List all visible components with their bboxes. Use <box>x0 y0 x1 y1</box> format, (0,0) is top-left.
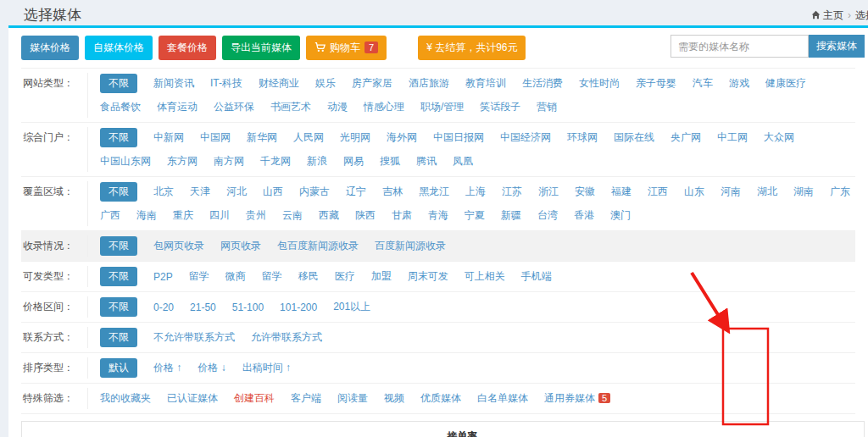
filter-chip[interactable]: 职场/管理 <box>420 97 464 117</box>
filter-chip[interactable]: 价格 ↑ <box>153 358 181 378</box>
filter-chip[interactable]: 香港 <box>574 206 594 225</box>
filter-chip[interactable]: 留学 <box>189 267 209 286</box>
filter-chip[interactable]: 通用券媒体5 <box>544 389 610 408</box>
filter-chip[interactable]: 海南 <box>136 206 157 225</box>
filter-chip[interactable]: 内蒙古 <box>299 182 330 202</box>
filter-chip[interactable]: 搜狐 <box>380 152 400 171</box>
self-media-price-button[interactable]: 自媒体价格 <box>85 36 153 60</box>
filter-chip[interactable]: 中国日报网 <box>433 128 484 147</box>
filter-chip[interactable]: 51-100 <box>232 299 264 316</box>
filter-chip[interactable]: 辽宁 <box>346 182 366 202</box>
filter-chip-selected[interactable]: 不限 <box>100 128 137 147</box>
filter-chip-selected[interactable]: 不限 <box>100 182 137 202</box>
filter-chip[interactable]: 中新网 <box>153 128 184 147</box>
filter-chip[interactable]: 人民网 <box>293 128 324 147</box>
filter-chip-selected[interactable]: 不限 <box>100 328 137 347</box>
filter-chip[interactable]: 医疗 <box>335 267 355 286</box>
filter-chip[interactable]: 亲子母婴 <box>636 74 676 93</box>
filter-chip[interactable]: 酒店旅游 <box>409 74 449 93</box>
filter-chip[interactable]: 黑龙江 <box>419 182 449 202</box>
filter-chip[interactable]: 中国经济网 <box>500 128 551 147</box>
filter-chip[interactable]: 浙江 <box>538 182 559 202</box>
filter-chip[interactable]: 女性时尚 <box>579 74 620 93</box>
filter-chip[interactable]: 我的收藏夹 <box>100 389 151 408</box>
filter-chip[interactable]: 动漫 <box>327 97 348 117</box>
filter-chip[interactable]: 价格 ↓ <box>198 358 225 378</box>
filter-chip[interactable]: 营销 <box>537 97 557 117</box>
filter-chip[interactable]: 河南 <box>721 182 741 202</box>
filter-chip[interactable]: 优质媒体 <box>420 389 461 408</box>
filter-chip[interactable]: 包网页收录 <box>153 236 204 256</box>
filter-chip[interactable]: 新疆 <box>501 206 521 225</box>
filter-chip[interactable]: 山东 <box>684 182 704 202</box>
package-price-button[interactable]: 套餐价格 <box>159 36 216 60</box>
filter-chip[interactable]: 可上相关 <box>465 267 505 286</box>
filter-chip[interactable]: 湖北 <box>757 182 777 202</box>
filter-chip[interactable]: 允许带联系方式 <box>251 328 322 347</box>
filter-chip[interactable]: 腾讯 <box>416 152 437 171</box>
filter-chip[interactable]: 微商 <box>225 267 246 286</box>
filter-chip[interactable]: 健康医疗 <box>765 74 806 93</box>
filter-chip[interactable]: 网易 <box>343 152 364 171</box>
export-current-media-button[interactable]: 导出当前媒体 <box>222 36 300 60</box>
filter-chip[interactable]: 广东 <box>830 182 850 202</box>
filter-chip[interactable]: 201以上 <box>333 297 370 317</box>
search-button[interactable]: 搜索媒体 <box>809 35 865 58</box>
filter-chip[interactable]: IT-科技 <box>210 74 242 93</box>
filter-chip[interactable]: 客户端 <box>291 389 321 408</box>
filter-chip[interactable]: 包百度新闻源收录 <box>277 236 359 256</box>
filter-chip[interactable]: 不允许带联系方式 <box>153 328 235 347</box>
filter-chip[interactable]: 白名单媒体 <box>477 389 528 408</box>
filter-chip[interactable]: 安徽 <box>575 182 595 202</box>
filter-chip[interactable]: 甘肃 <box>392 206 412 225</box>
filter-chip[interactable]: 山西 <box>263 182 283 202</box>
filter-chip[interactable]: 出稿时间 ↑ <box>242 358 291 378</box>
filter-chip[interactable]: 台湾 <box>537 206 558 225</box>
filter-chip[interactable]: 青海 <box>428 206 448 225</box>
filter-chip[interactable]: 贵州 <box>246 206 266 225</box>
filter-chip[interactable]: 阅读量 <box>337 389 368 408</box>
filter-chip[interactable]: 加盟 <box>371 267 392 286</box>
filter-chip[interactable]: 手机端 <box>521 267 552 286</box>
filter-chip-selected[interactable]: 默认 <box>100 358 137 378</box>
filter-chip-selected[interactable]: 不限 <box>100 267 137 286</box>
filter-chip[interactable]: 财经商业 <box>259 74 299 93</box>
filter-chip[interactable]: 视频 <box>384 389 404 408</box>
filter-chip[interactable]: 101-200 <box>280 299 317 316</box>
filter-chip[interactable]: 大众网 <box>764 128 794 147</box>
filter-chip[interactable]: 汽车 <box>693 74 713 93</box>
filter-chip[interactable]: 广西 <box>100 206 120 225</box>
filter-chip[interactable]: 云南 <box>282 206 303 225</box>
filter-chip[interactable]: 创建百科 <box>234 389 275 408</box>
filter-chip[interactable]: 中国山东网 <box>100 152 151 171</box>
filter-chip[interactable]: 环球网 <box>567 128 598 147</box>
filter-chip[interactable]: 中国网 <box>200 128 231 147</box>
filter-chip[interactable]: 国际在线 <box>614 128 654 147</box>
filter-chip[interactable]: P2P <box>153 268 173 285</box>
filter-chip[interactable]: 江西 <box>648 182 668 202</box>
filter-chip[interactable]: 南方网 <box>214 152 244 171</box>
filter-chip[interactable]: 公益环保 <box>214 97 254 117</box>
filter-chip[interactable]: 澳门 <box>610 206 631 225</box>
filter-chip[interactable]: 生活消费 <box>522 74 563 93</box>
filter-chip[interactable]: 食品餐饮 <box>100 97 141 117</box>
filter-chip-selected[interactable]: 不限 <box>100 236 137 256</box>
filter-chip[interactable]: 移民 <box>298 267 319 286</box>
filter-chip[interactable]: 千龙网 <box>260 152 291 171</box>
filter-chip[interactable]: 中工网 <box>717 128 748 147</box>
filter-chip[interactable]: 湖南 <box>793 182 814 202</box>
filter-chip[interactable]: 江苏 <box>502 182 522 202</box>
filter-chip[interactable]: 新浪 <box>307 152 327 171</box>
filter-chip[interactable]: 东方网 <box>167 152 198 171</box>
filter-chip[interactable]: 西藏 <box>319 206 339 225</box>
filter-chip[interactable]: 娱乐 <box>315 74 336 93</box>
filter-chip[interactable]: 北京 <box>153 182 174 202</box>
filter-chip[interactable]: 留学 <box>262 267 282 286</box>
checkout-button[interactable]: ¥ 去结算，共计96元 <box>418 36 526 60</box>
filter-chip[interactable]: 周末可发 <box>408 267 448 286</box>
filter-chip[interactable]: 光明网 <box>340 128 370 147</box>
filter-chip[interactable]: 央广网 <box>670 128 701 147</box>
filter-chip[interactable]: 凤凰 <box>453 152 473 171</box>
filter-chip[interactable]: 四川 <box>209 206 230 225</box>
filter-chip[interactable]: 21-50 <box>190 299 216 316</box>
